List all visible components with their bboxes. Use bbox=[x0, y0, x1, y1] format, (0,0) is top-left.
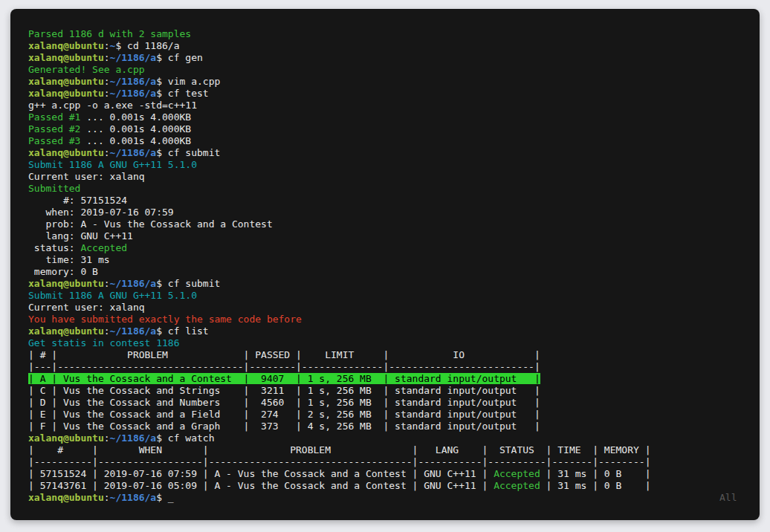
terminal-text: memory: 0 B bbox=[28, 266, 98, 277]
prompt-path: ~/1186/a bbox=[110, 76, 157, 87]
terminal-text: | 57143761 | 2019-07-16 05:09 | A - Vus … bbox=[28, 480, 494, 491]
terminal-line: prob: A - Vus the Cossack and a Contest bbox=[28, 218, 650, 230]
terminal-text: | F | Vus the Cossack and a Graph | 373 … bbox=[28, 421, 540, 432]
terminal-line: | D | Vus the Cossack and Numbers | 4560… bbox=[28, 397, 650, 409]
prompt-user: xalanq@ubuntu bbox=[28, 147, 104, 158]
terminal-text: $ bbox=[156, 147, 168, 158]
terminal-line: | 57151524 | 2019-07-16 07:59 | A - Vus … bbox=[28, 468, 650, 480]
command: cf gen bbox=[168, 52, 203, 63]
terminal-line: memory: 0 B bbox=[28, 266, 650, 278]
terminal-text: $ bbox=[115, 40, 127, 51]
terminal-text: : bbox=[104, 325, 110, 337]
terminal-text: : bbox=[104, 40, 110, 51]
prompt-user: xalanq@ubuntu bbox=[28, 278, 104, 289]
terminal-line: Submitted bbox=[28, 183, 650, 195]
terminal-line: |----------|------------------|---------… bbox=[28, 456, 650, 468]
terminal-text: | E | Vus the Cossack and a Field | 274 … bbox=[28, 409, 540, 420]
command: vim a.cpp bbox=[168, 76, 220, 87]
terminal-text: lang: GNU C++11 bbox=[28, 230, 133, 241]
terminal-text: #: 57151524 bbox=[28, 195, 127, 206]
cursor: _ bbox=[168, 492, 174, 503]
command: cf submit bbox=[168, 278, 220, 289]
terminal-line: | C | Vus the Cossack and Strings | 3211… bbox=[28, 385, 650, 397]
status-accepted: Accepted bbox=[494, 480, 540, 491]
prompt-path: ~/1186/a bbox=[110, 325, 157, 337]
terminal-text: $ bbox=[156, 492, 168, 503]
terminal-line: | F | Vus the Cossack and a Graph | 373 … bbox=[28, 421, 650, 432]
prompt-user: xalanq@ubuntu bbox=[28, 88, 104, 99]
terminal-text: ... 0.001s 4.000KB bbox=[80, 135, 191, 146]
highlighted-row: | A | Vus the Cossack and a Contest | 94… bbox=[28, 373, 540, 384]
terminal-text: : bbox=[104, 52, 110, 63]
terminal-line: | A | Vus the Cossack and a Contest | 94… bbox=[28, 373, 650, 385]
terminal-line: #: 57151524 bbox=[28, 195, 650, 207]
terminal-line: Passed #2 ... 0.001s 4.000KB bbox=[28, 123, 650, 135]
terminal-line: g++ a.cpp -o a.exe -std=c++11 bbox=[28, 100, 650, 111]
terminal-line: xalanq@ubuntu:~/1186/a$ vim a.cpp bbox=[28, 76, 650, 88]
terminal-text: : bbox=[104, 88, 110, 99]
terminal-text: You have submitted exactly the same code… bbox=[28, 314, 302, 325]
prompt-user: xalanq@ubuntu bbox=[28, 432, 104, 444]
terminal-line: xalanq@ubuntu:~/1186/a$ cf submit bbox=[28, 278, 650, 290]
status-accepted: Accepted bbox=[494, 468, 540, 479]
terminal-text: | C | Vus the Cossack and Strings | 3211… bbox=[28, 385, 540, 396]
terminal-text: : bbox=[104, 147, 110, 158]
terminal-line: xalanq@ubuntu:~/1186/a$ cf test bbox=[28, 88, 650, 100]
terminal-text: | D | Vus the Cossack and Numbers | 4560… bbox=[28, 397, 540, 408]
terminal-text: g++ a.cpp -o a.exe -std=c++11 bbox=[28, 100, 197, 111]
terminal-line: Submit 1186 A GNU G++11 5.1.0 bbox=[28, 290, 650, 302]
prompt-path: ~/1186/a bbox=[110, 147, 157, 158]
terminal-line: Passed #1 ... 0.001s 4.000KB bbox=[28, 111, 650, 123]
terminal-output: Parsed 1186 d with 2 samplesxalanq@ubunt… bbox=[28, 28, 650, 504]
terminal-text: Get statis in contest 1186 bbox=[28, 337, 180, 348]
terminal-text: : bbox=[104, 76, 110, 87]
prompt-path: ~/1186/a bbox=[110, 492, 157, 503]
terminal-text: Parsed 1186 d with 2 samples bbox=[28, 28, 191, 39]
prompt-path: ~/1186/a bbox=[110, 52, 157, 63]
terminal-text: status: bbox=[28, 242, 80, 253]
terminal-line: |---|--------------------------------|--… bbox=[28, 361, 650, 373]
terminal-text: |---|--------------------------------|--… bbox=[28, 361, 540, 372]
terminal-line: when: 2019-07-16 07:59 bbox=[28, 207, 650, 218]
prompt-path: ~/1186/a bbox=[110, 432, 157, 444]
prompt-user: xalanq@ubuntu bbox=[28, 52, 104, 63]
terminal-text: $ bbox=[156, 278, 168, 289]
terminal-text: Submitted bbox=[28, 183, 80, 194]
terminal-window[interactable]: Parsed 1186 d with 2 samplesxalanq@ubunt… bbox=[10, 9, 760, 520]
terminal-line: Parsed 1186 d with 2 samples bbox=[28, 28, 650, 40]
terminal-text: $ bbox=[156, 432, 168, 444]
terminal-line: Current user: xalanq bbox=[28, 302, 650, 314]
terminal-line: Current user: xalanq bbox=[28, 171, 650, 183]
prompt-path: ~/1186/a bbox=[110, 278, 157, 289]
terminal-text: |----------|------------------|---------… bbox=[28, 456, 650, 467]
terminal-line: xalanq@ubuntu:~/1186/a$ cf watch bbox=[28, 432, 650, 444]
terminal-line: | E | Vus the Cossack and a Field | 274 … bbox=[28, 409, 650, 421]
terminal-line: xalanq@ubuntu:~/1186/a$ cf gen bbox=[28, 52, 650, 64]
terminal-text: Current user: xalanq bbox=[28, 171, 145, 182]
prompt-user: xalanq@ubuntu bbox=[28, 40, 104, 51]
command: cf submit bbox=[168, 147, 220, 158]
command: cf test bbox=[168, 88, 209, 99]
prompt-user: xalanq@ubuntu bbox=[28, 325, 104, 337]
prompt-user: xalanq@ubuntu bbox=[28, 76, 104, 87]
terminal-line: | # | PROBLEM | PASSED | LIMIT | IO | bbox=[28, 349, 650, 361]
terminal-line: Get statis in contest 1186 bbox=[28, 337, 650, 349]
terminal-line: status: Accepted bbox=[28, 242, 650, 254]
command: cd 1186/a bbox=[127, 40, 179, 51]
terminal-text: ... 0.001s 4.000KB bbox=[80, 111, 191, 123]
terminal-text: when: 2019-07-16 07:59 bbox=[28, 207, 174, 218]
terminal-line: You have submitted exactly the same code… bbox=[28, 314, 650, 325]
terminal-line: xalanq@ubuntu:~/1186/a$ cf submit bbox=[28, 147, 650, 159]
terminal-line: Submit 1186 A GNU G++11 5.1.0 bbox=[28, 159, 650, 171]
prompt-path: ~/1186/a bbox=[110, 88, 157, 99]
terminal-line: | # | WHEN | PROBLEM | LANG | STATUS | T… bbox=[28, 444, 650, 456]
terminal-text: prob: A - Vus the Cossack and a Contest bbox=[28, 218, 273, 230]
terminal-text: Passed #1 bbox=[28, 111, 80, 123]
terminal-line: Generated! See a.cpp bbox=[28, 64, 650, 76]
terminal-text: Submit 1186 A GNU G++11 5.1.0 bbox=[28, 159, 197, 170]
vim-status-artifact: All bbox=[719, 492, 737, 504]
terminal-text: $ bbox=[156, 52, 168, 63]
terminal-text: time: 31 ms bbox=[28, 254, 110, 265]
terminal-text: $ bbox=[156, 88, 168, 99]
command: cf watch bbox=[168, 432, 215, 444]
